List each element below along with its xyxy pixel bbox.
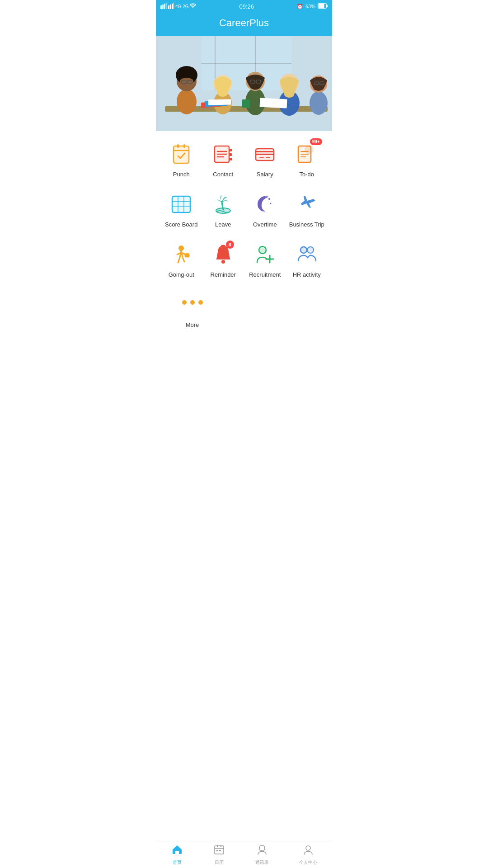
battery-info: ⏰ 63% (297, 3, 328, 9)
menu-item-contact[interactable]: Contact (204, 140, 242, 178)
reminder-label: Reminder (211, 271, 236, 278)
todo-icon (296, 142, 318, 165)
hractivity-icon-wrap (293, 241, 320, 268)
reminder-badge: 8 (226, 241, 234, 249)
wifi-icon (190, 3, 196, 9)
svg-rect-81 (185, 254, 189, 257)
svg-rect-4 (168, 5, 169, 9)
todo-badge: 99+ (310, 138, 322, 145)
svg-rect-50 (229, 149, 232, 151)
leave-icon-wrap (210, 190, 237, 217)
battery-icon (318, 3, 328, 9)
menu-row-2: Score Board (160, 190, 328, 228)
recruitment-icon (253, 243, 276, 265)
overtime-icon (253, 193, 276, 215)
svg-rect-5 (170, 5, 171, 9)
salary-icon-wrap (251, 140, 278, 167)
svg-rect-0 (160, 5, 162, 9)
goingout-icon-wrap (168, 241, 195, 268)
scoreboard-icon (170, 193, 192, 215)
trip-label: Business Trip (289, 221, 324, 228)
contact-icon (212, 142, 235, 165)
alarm-icon: ⏰ (297, 4, 303, 9)
punch-icon-wrap (168, 140, 195, 167)
contact-label: Contact (213, 171, 233, 178)
banner-image (156, 36, 332, 131)
contact-icon-wrap (210, 140, 237, 167)
svg-rect-2 (164, 4, 165, 9)
dot-3 (198, 300, 203, 305)
more-row[interactable]: More (160, 291, 328, 328)
status-bar: 4G 2G 09:26 ⏰ 63% (156, 0, 332, 13)
menu-item-overtime[interactable]: Overtime (246, 190, 284, 228)
svg-point-33 (310, 91, 328, 115)
svg-rect-40 (208, 99, 231, 105)
trip-icon (296, 193, 318, 215)
overtime-label: Overtime (253, 221, 277, 228)
salary-icon (253, 142, 276, 165)
svg-rect-1 (162, 5, 164, 9)
reminder-icon-wrap: 8 (210, 241, 237, 268)
svg-rect-3 (166, 3, 167, 9)
goingout-label: Going-out (169, 271, 194, 278)
recruitment-icon-wrap (251, 241, 278, 268)
menu-row-1: Punch Contact (160, 140, 328, 178)
menu-item-recruitment[interactable]: Recruitment (246, 241, 284, 278)
svg-rect-15 (201, 63, 291, 64)
menu-item-hractivity[interactable]: HR activity (287, 241, 326, 278)
menu-item-leave[interactable]: Leave (204, 190, 242, 228)
menu-item-salary[interactable]: Salary (246, 140, 284, 178)
trip-icon-wrap (293, 190, 320, 217)
menu-item-todo[interactable]: 99+ To-do (287, 140, 326, 178)
svg-rect-42 (260, 98, 287, 108)
status-time: 09:26 (239, 3, 254, 10)
todo-icon-wrap: 99+ (293, 140, 320, 167)
menu-item-trip[interactable]: Business Trip (287, 190, 326, 228)
svg-rect-46 (177, 144, 179, 148)
leave-icon (212, 193, 235, 215)
more-dots (182, 300, 203, 305)
scoreboard-label: Score Board (165, 221, 197, 228)
more-label: More (186, 321, 199, 328)
svg-point-78 (270, 203, 272, 204)
scoreboard-icon-wrap (168, 190, 195, 217)
svg-point-17 (177, 89, 197, 114)
punch-icon (170, 142, 192, 165)
recruitment-label: Recruitment (249, 271, 281, 278)
svg-rect-47 (183, 144, 185, 148)
svg-rect-6 (172, 4, 173, 9)
svg-rect-43 (174, 146, 189, 163)
banner-svg (156, 36, 332, 131)
punch-label: Punch (173, 171, 190, 178)
svg-rect-69 (172, 196, 190, 212)
svg-point-84 (221, 260, 225, 264)
svg-rect-9 (327, 5, 328, 7)
svg-point-77 (268, 198, 270, 200)
dot-2 (190, 300, 195, 305)
svg-rect-51 (229, 153, 232, 156)
svg-rect-7 (174, 3, 174, 9)
more-icon-wrap (179, 291, 206, 318)
goingout-icon (170, 243, 192, 265)
svg-rect-58 (256, 151, 274, 155)
svg-point-80 (178, 245, 184, 251)
menu-grid: Punch Contact (156, 131, 332, 342)
menu-item-scoreboard[interactable]: Score Board (162, 190, 201, 228)
todo-label: To-do (299, 171, 314, 178)
menu-item-goingout[interactable]: Going-out (162, 241, 201, 278)
svg-point-65 (305, 145, 314, 154)
menu-item-reminder[interactable]: 8 Reminder (204, 241, 242, 278)
menu-item-more[interactable]: More (173, 291, 211, 328)
overtime-icon-wrap (251, 190, 278, 217)
svg-rect-10 (318, 4, 324, 8)
app-title: CareerPlus (219, 17, 269, 29)
menu-item-punch[interactable]: Punch (162, 140, 201, 178)
svg-point-79 (267, 196, 268, 197)
signal-info: 4G 2G (160, 3, 196, 10)
network-type: 4G 2G (175, 4, 188, 9)
menu-row-3: Going-out 8 Reminder (160, 241, 328, 278)
svg-rect-52 (229, 158, 232, 160)
dot-1 (182, 300, 187, 305)
leave-label: Leave (215, 221, 231, 228)
hractivity-icon (296, 243, 318, 265)
